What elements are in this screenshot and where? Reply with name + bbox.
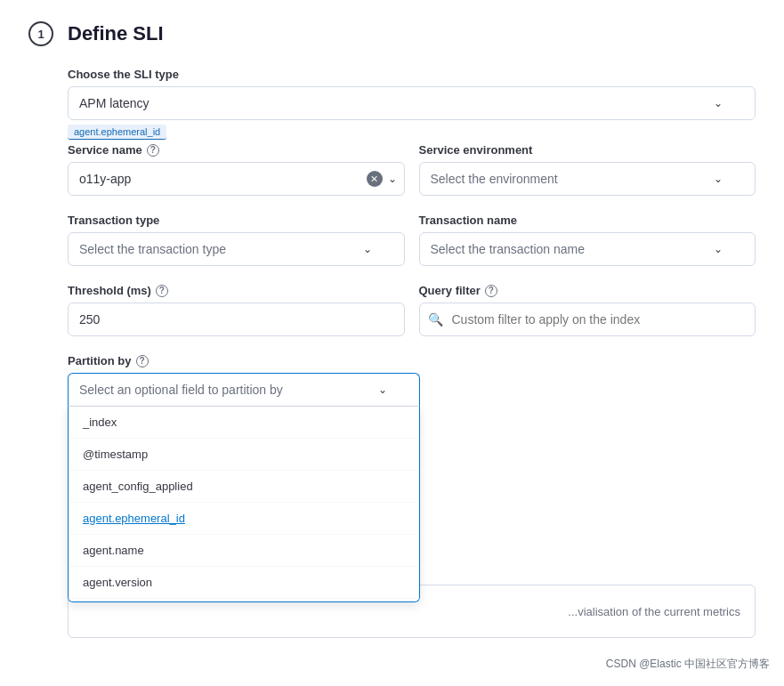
transaction-name-col: Transaction name Select the transaction … — [419, 214, 756, 266]
service-row: Service name ? o11y-app ✕ ⌄ Service envi… — [68, 143, 756, 196]
partition-by-select-wrapper: Select an optional field to partition by… — [68, 373, 420, 407]
service-environment-placeholder: Select the environment — [431, 172, 558, 186]
page-container: 1 Define SLI Choose the SLI type APM lat… — [0, 0, 784, 659]
transaction-type-chevron-icon: ⌄ — [363, 243, 372, 255]
partition-by-dropdown: _index @timestamp agent_config_applied a… — [68, 407, 420, 602]
service-name-chevron-icon: ⌄ — [388, 173, 397, 185]
transaction-name-label: Transaction name — [419, 214, 756, 227]
query-filter-label: Query filter ? — [419, 284, 756, 297]
dropdown-item-index[interactable]: _index — [69, 407, 419, 439]
transaction-type-select-wrapper: Select the transaction type ⌄ — [68, 232, 405, 266]
dropdown-item-timestamp[interactable]: @timestamp — [69, 439, 419, 471]
service-environment-select-wrapper: Select the environment ⌄ — [419, 162, 756, 196]
service-name-value: o11y-app — [79, 172, 361, 186]
query-filter-input[interactable] — [419, 303, 756, 336]
service-name-col: Service name ? o11y-app ✕ ⌄ — [68, 143, 405, 196]
dropdown-item-agent-config[interactable]: agent_config_applied — [69, 471, 419, 503]
transaction-name-placeholder: Select the transaction name — [431, 242, 586, 256]
threshold-help-icon[interactable]: ? — [156, 285, 168, 297]
dropdown-item-agent-ephemeral[interactable]: agent.ephemeral_id — [69, 503, 419, 535]
transaction-row: Transaction type Select the transaction … — [68, 214, 756, 266]
query-filter-wrapper: 🔍 — [419, 303, 756, 336]
query-filter-help-icon[interactable]: ? — [485, 285, 497, 297]
threshold-row: Threshold (ms) ? Query filter ? 🔍 — [68, 284, 756, 336]
threshold-col: Threshold (ms) ? — [68, 284, 405, 336]
sli-type-group: Choose the SLI type APM latency ⌄ agent.… — [68, 68, 756, 140]
visualisation-text: ...vialisation of the current metrics — [568, 605, 740, 618]
sli-type-value: APM latency — [79, 96, 150, 110]
transaction-name-select-wrapper: Select the transaction name ⌄ — [419, 232, 756, 266]
service-name-help-icon[interactable]: ? — [147, 144, 159, 157]
service-name-control[interactable]: o11y-app ✕ ⌄ — [68, 162, 405, 196]
threshold-input[interactable] — [68, 303, 405, 336]
transaction-type-col: Transaction type Select the transaction … — [68, 214, 405, 266]
step-header: 1 Define SLI — [28, 21, 756, 46]
transaction-type-label: Transaction type — [68, 214, 405, 227]
service-environment-chevron-icon: ⌄ — [714, 173, 723, 185]
service-environment-label: Service environment — [419, 143, 756, 157]
transaction-type-select[interactable]: Select the transaction type ⌄ — [68, 232, 405, 266]
transaction-type-placeholder: Select the transaction type — [79, 242, 226, 256]
search-icon: 🔍 — [428, 312, 443, 327]
sli-type-label: Choose the SLI type — [68, 68, 756, 81]
sli-type-select[interactable]: APM latency ⌄ — [68, 86, 756, 120]
watermark: CSDN @Elastic 中国社区官方博客 — [606, 657, 770, 659]
service-name-label: Service name ? — [68, 143, 405, 157]
dropdown-item-client-domain[interactable]: client.domain — [69, 599, 419, 602]
dropdown-item-agent-name[interactable]: agent.name — [69, 535, 419, 567]
clear-service-name-button[interactable]: ✕ — [367, 171, 383, 187]
service-environment-select[interactable]: Select the environment ⌄ — [419, 162, 756, 196]
partition-by-group: Partition by ? Select an optional field … — [68, 354, 756, 407]
step-number: 1 — [28, 21, 53, 46]
ephemeral-id-badge[interactable]: agent.ephemeral_id — [68, 125, 166, 140]
sli-type-select-wrapper: APM latency ⌄ — [68, 86, 756, 120]
threshold-label: Threshold (ms) ? — [68, 284, 405, 297]
transaction-name-chevron-icon: ⌄ — [714, 243, 723, 255]
partition-by-help-icon[interactable]: ? — [136, 355, 149, 367]
service-environment-col: Service environment Select the environme… — [419, 143, 756, 196]
form-section: Choose the SLI type APM latency ⌄ agent.… — [68, 68, 756, 638]
dropdown-item-agent-version[interactable]: agent.version — [69, 567, 419, 599]
page-title: Define SLI — [68, 22, 164, 45]
query-filter-col: Query filter ? 🔍 — [419, 284, 756, 336]
partition-by-chevron-icon: ⌄ — [378, 383, 387, 396]
partition-by-placeholder: Select an optional field to partition by — [79, 383, 283, 397]
transaction-name-select[interactable]: Select the transaction name ⌄ — [419, 232, 756, 266]
partition-by-select[interactable]: Select an optional field to partition by… — [68, 373, 420, 407]
chevron-down-icon: ⌄ — [714, 97, 723, 109]
partition-by-label: Partition by ? — [68, 354, 756, 367]
